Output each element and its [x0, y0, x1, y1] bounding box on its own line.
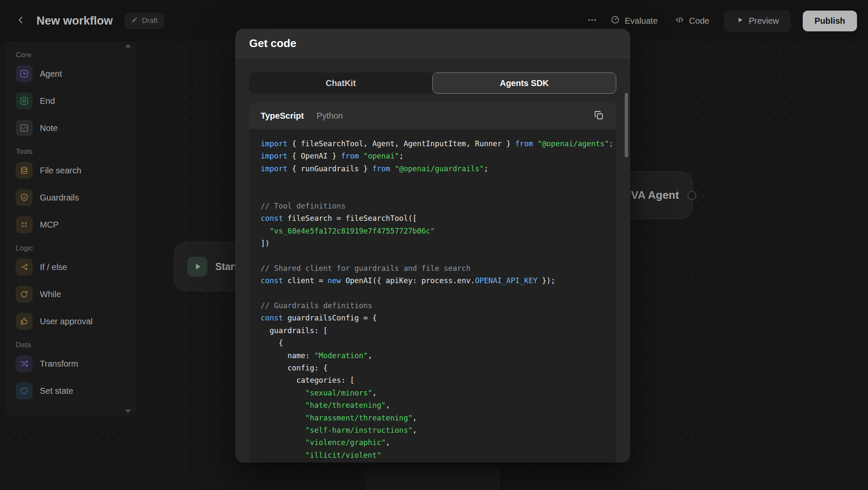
app-window: New workflow Draft Evaluate Code Preview… — [0, 0, 868, 490]
language-typescript[interactable]: TypeScript — [261, 111, 304, 121]
modal-title: Get code — [235, 29, 630, 58]
code-lines: import { fileSearchTool, Agent, AgentInp… — [249, 129, 616, 462]
copy-icon — [594, 110, 604, 122]
get-code-modal: Get code ChatKitAgents SDK TypeScriptPyt… — [235, 29, 630, 462]
code-line: guardrails: [ — [261, 325, 616, 337]
code-line: const fileSearch = fileSearchTool([ — [261, 212, 616, 225]
code-line: "hate/threatening", — [261, 399, 616, 412]
modal-tabs: ChatKitAgents SDK — [249, 72, 616, 94]
code-line — [261, 188, 616, 200]
code-panel: TypeScriptPython import { fileSearchTool… — [249, 103, 616, 462]
code-line: "vs_68e4e5fa172c81919e7f47557727b06c" — [261, 225, 616, 237]
code-line — [261, 250, 616, 262]
tab-chatkit[interactable]: ChatKit — [249, 72, 432, 94]
code-line: import { fileSearchTool, Agent, AgentInp… — [261, 138, 616, 150]
code-line: "violence/graphic", — [261, 437, 616, 449]
language-python[interactable]: Python — [317, 111, 343, 121]
modal-scrollbar[interactable] — [625, 93, 628, 157]
code-line: "harassment/threatening", — [261, 412, 616, 424]
language-switcher: TypeScriptPython — [261, 111, 343, 121]
code-line: ]) — [261, 237, 616, 250]
code-line: "sexual/minors", — [261, 387, 616, 399]
tab-agents-sdk[interactable]: Agents SDK — [432, 72, 616, 94]
code-line: config: { — [261, 362, 616, 374]
modal-body: ChatKitAgents SDK TypeScriptPython impor… — [235, 58, 630, 462]
code-line — [261, 287, 616, 300]
code-line: import { runGuardrails } from "@openai/g… — [261, 163, 616, 175]
code-line: name: "Moderation", — [261, 350, 616, 362]
code-panel-header: TypeScriptPython — [249, 103, 616, 129]
code-line — [261, 175, 616, 187]
code-line: import { OpenAI } from "openai"; — [261, 150, 616, 162]
code-line: "illicit/violent" — [261, 449, 616, 462]
code-line: const client = new OpenAI({ apiKey: proc… — [261, 275, 616, 287]
code-line: // Guardrails definitions — [261, 300, 616, 312]
code-line: "self-harm/instructions", — [261, 424, 616, 437]
code-line: categories: [ — [261, 374, 616, 387]
code-line: const guardrailsConfig = { — [261, 312, 616, 324]
copy-code-button[interactable] — [590, 107, 608, 125]
code-line: // Tool definitions — [261, 200, 616, 212]
code-line: { — [261, 337, 616, 349]
code-line: // Shared client for guardrails and file… — [261, 262, 616, 275]
